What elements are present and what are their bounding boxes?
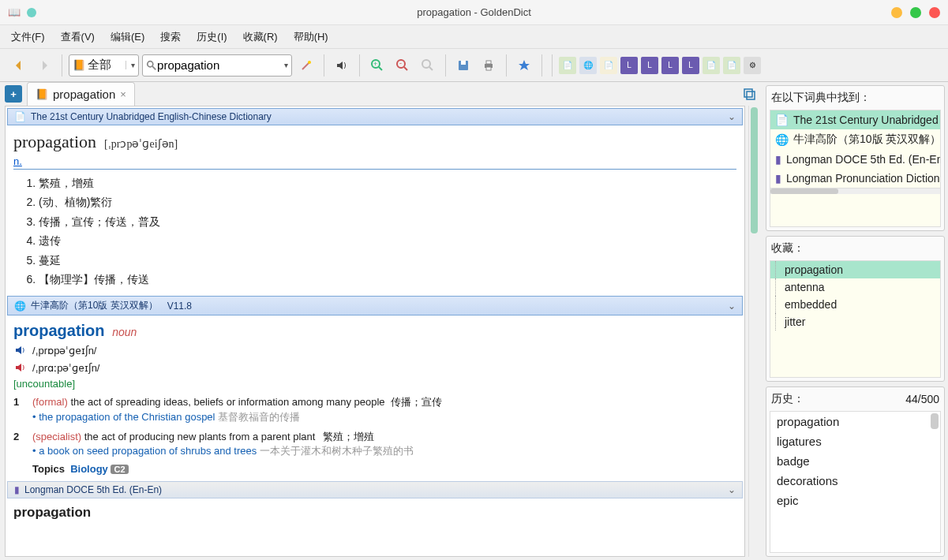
menu-help[interactable]: 帮助(H): [294, 30, 328, 44]
svg-line-5: [379, 67, 382, 70]
print-button[interactable]: [478, 54, 500, 77]
dict-toggle-7[interactable]: L: [682, 57, 699, 74]
svg-rect-17: [744, 89, 752, 97]
grammar-label: [uncountable]: [13, 378, 736, 390]
topics-label: Topics: [32, 463, 65, 475]
speaker-uk-icon[interactable]: [13, 343, 28, 357]
save-button[interactable]: [452, 54, 474, 77]
search-input[interactable]: [157, 58, 282, 72]
example-link[interactable]: the propagation of the Christian gospel: [39, 411, 215, 423]
scrollbar-thumb[interactable]: [931, 413, 939, 429]
found-in-title: 在以下词典中找到：: [770, 89, 941, 106]
found-dict-item[interactable]: ▮Longman DOCE 5th Ed. (En-En): [770, 150, 940, 169]
register-label: (specialist): [32, 431, 81, 442]
svg-rect-18: [747, 91, 755, 99]
history-list: propagation ligatures badge decorations …: [770, 411, 941, 553]
search-icon: [146, 59, 157, 72]
menu-file[interactable]: 文件(F): [11, 30, 45, 44]
dict-icon: ▮: [775, 153, 781, 166]
window-title: propagation - GoldenDict: [417, 6, 531, 18]
dict-header-longman[interactable]: ▮ Longman DOCE 5th Ed. (En-En) ⌄: [7, 481, 743, 498]
topic-link[interactable]: Biology: [70, 463, 108, 475]
speaker-us-icon[interactable]: [13, 360, 28, 375]
pos-link[interactable]: n.: [13, 155, 22, 167]
zoom-out-button[interactable]: -: [392, 54, 414, 77]
menu-search[interactable]: 搜索: [160, 30, 181, 44]
menu-history[interactable]: 历史(I): [197, 30, 227, 44]
favorite-item[interactable]: embedded: [770, 296, 940, 313]
dict-toggle-8[interactable]: 📄: [703, 57, 720, 74]
expand-button[interactable]: [740, 85, 758, 103]
dict-toggle-4[interactable]: L: [620, 57, 638, 74]
collapse-icon[interactable]: ⌄: [728, 484, 736, 495]
svg-text:-: -: [399, 59, 402, 67]
found-dict-item[interactable]: ▮Longman Pronunciation Dictionary: [770, 169, 940, 188]
found-dict-item[interactable]: 📄The 21st Century Unabridged English-Chi…: [770, 110, 940, 129]
minimize-button[interactable]: [891, 7, 902, 18]
pronounce-button[interactable]: [331, 54, 353, 77]
back-button[interactable]: [8, 54, 30, 77]
dict-toggle-2[interactable]: 🌐: [579, 57, 597, 74]
dict-toggle-1[interactable]: 📄: [559, 57, 576, 74]
collapse-icon[interactable]: ⌄: [728, 111, 736, 122]
search-box[interactable]: ▾: [142, 54, 292, 77]
content-scrollbar[interactable]: [748, 106, 759, 557]
zoom-in-button[interactable]: +: [366, 54, 388, 77]
example-translation: 一本关于灌木和树木种子繁殖的书: [260, 445, 414, 457]
panel-scrollbar[interactable]: [770, 188, 940, 194]
part-of-speech: noun: [112, 326, 137, 338]
dict-toggle-3[interactable]: 📄: [600, 57, 617, 74]
scrollbar-thumb[interactable]: [770, 189, 838, 194]
favorite-item[interactable]: propagation: [770, 261, 940, 278]
history-item[interactable]: badge: [770, 451, 940, 471]
wand-button[interactable]: [295, 54, 317, 77]
forward-button[interactable]: [33, 54, 55, 77]
svg-line-8: [404, 67, 407, 70]
sense-number: 2: [13, 429, 24, 445]
svg-rect-16: [486, 67, 491, 70]
new-tab-button[interactable]: +: [5, 85, 22, 103]
found-dict-item[interactable]: 🌐牛津高阶（第10版 英汉双解）: [770, 129, 940, 150]
cefr-badge: C2: [111, 465, 128, 474]
example-link[interactable]: a book on seed propagation of shrubs and…: [39, 445, 257, 457]
status-dot: [27, 8, 36, 17]
dict-version: V11.8: [167, 301, 192, 312]
zoom-reset-button[interactable]: [417, 54, 439, 77]
favorite-item[interactable]: jitter: [770, 313, 940, 330]
chevron-down-icon[interactable]: ▾: [284, 61, 288, 69]
phonetic-uk: /ˌprɒpəˈɡeɪʃn/: [32, 345, 96, 357]
divider: [13, 169, 736, 170]
history-title: 历史：: [771, 392, 804, 406]
collapse-icon[interactable]: ⌄: [728, 301, 736, 312]
right-pane: 在以下词典中找到： 📄The 21st Century Unabridged E…: [763, 82, 948, 560]
maximize-button[interactable]: [910, 7, 921, 18]
dict-header-21century[interactable]: 📄 The 21st Century Unabridged English-Ch…: [7, 108, 743, 125]
main: + 📙 propagation × 📄 The 21st Century Una…: [0, 82, 948, 560]
history-item[interactable]: propagation: [770, 412, 940, 431]
svg-rect-13: [461, 61, 466, 65]
tab-close-button[interactable]: ×: [120, 88, 126, 100]
history-item[interactable]: ligatures: [770, 431, 940, 451]
entry-longman: propagation: [6, 500, 744, 525]
menu-view[interactable]: 查看(V): [61, 30, 95, 44]
menu-favorites[interactable]: 收藏(R): [243, 30, 278, 44]
menu-edit[interactable]: 编辑(E): [111, 30, 144, 44]
scrollbar-thumb[interactable]: [751, 107, 758, 233]
group-selector[interactable]: 📙 全部 ▾: [69, 54, 139, 77]
favorite-item[interactable]: antenna: [770, 278, 940, 296]
dict-settings[interactable]: ⚙: [744, 57, 761, 74]
article-content[interactable]: 📄 The 21st Century Unabridged English-Ch…: [5, 106, 745, 557]
entry-21century: propagation [ˌprɔpəˈɡeiʃən] n. 繁殖，增殖 (动、…: [6, 127, 744, 294]
close-button[interactable]: [929, 7, 940, 18]
dict-header-oald[interactable]: 🌐 牛津高阶（第10版 英汉双解） V11.8 ⌄: [7, 296, 743, 315]
history-item[interactable]: decorations: [770, 471, 940, 491]
definition-list: 繁殖，增殖 (动、植物)繁衍 传播，宣传；传送，普及 遗传 蔓延 【物理学】传播…: [13, 174, 736, 288]
dict-toggle-5[interactable]: L: [641, 57, 658, 74]
dict-toggle-6[interactable]: L: [661, 57, 679, 74]
favorite-button[interactable]: [513, 54, 535, 77]
toolbar: 📙 全部 ▾ ▾ + - 📄 🌐 📄 L L L L 📄 📄 ⚙: [0, 49, 948, 82]
dict-icon: 🌐: [775, 133, 789, 146]
history-item[interactable]: epic: [770, 491, 940, 510]
tab-propagation[interactable]: 📙 propagation ×: [27, 82, 135, 106]
dict-toggle-9[interactable]: 📄: [723, 57, 740, 74]
